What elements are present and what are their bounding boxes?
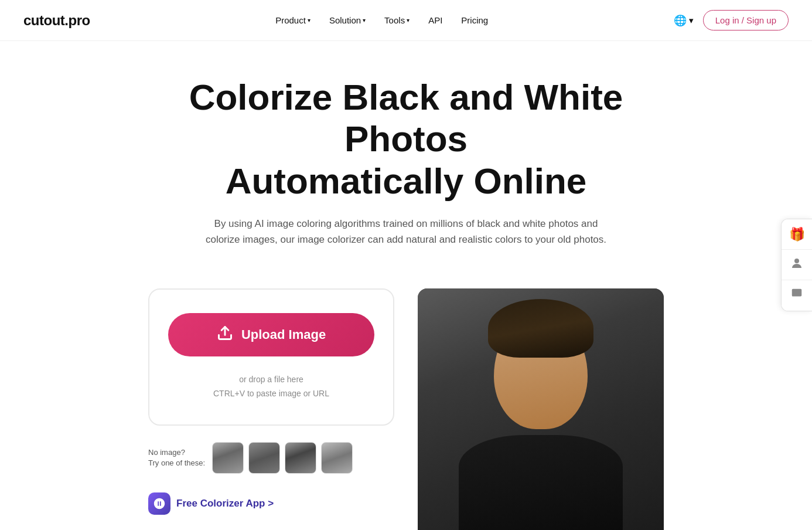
sample-thumb-3[interactable]	[285, 442, 316, 474]
avatar-widget-button[interactable]	[782, 250, 812, 280]
sample-thumb-4[interactable]	[321, 442, 353, 474]
preview-image	[418, 288, 664, 530]
app-banner-label: Free Colorizer App >	[176, 498, 274, 509]
nav-item-product[interactable]: Product ▾	[275, 15, 311, 25]
app-banner[interactable]: Free Colorizer App >	[148, 492, 394, 515]
upload-button[interactable]: Upload Image	[168, 313, 374, 356]
navbar: cutout.pro Product ▾ Solution ▾ Tools ▾ …	[0, 0, 812, 41]
chevron-down-icon: ▾	[308, 17, 311, 23]
hero-section: Colorize Black and White Photos Automati…	[0, 41, 812, 288]
nav-links: Product ▾ Solution ▾ Tools ▾ API Pricing	[275, 15, 488, 25]
hero-title: Colorize Black and White Photos Automati…	[142, 76, 670, 202]
feedback-icon	[790, 287, 803, 304]
chevron-down-icon: ▾	[689, 15, 694, 26]
login-button[interactable]: Log in / Sign up	[703, 10, 789, 30]
chevron-down-icon: ▾	[407, 17, 410, 23]
app-icon	[148, 492, 170, 515]
upload-dropzone: Upload Image or drop a file here CTRL+V …	[148, 288, 394, 426]
nav-item-pricing[interactable]: Pricing	[461, 15, 488, 25]
portrait-shirt	[459, 435, 623, 530]
hero-subtitle: By using AI image coloring algorithms tr…	[201, 216, 611, 247]
sample-label: No image? Try one of these:	[148, 447, 205, 468]
nav-right: 🌐 ▾ Log in / Sign up	[674, 10, 789, 30]
sample-section: No image? Try one of these:	[148, 442, 394, 474]
logo[interactable]: cutout.pro	[23, 12, 90, 29]
language-button[interactable]: 🌐 ▾	[674, 14, 694, 27]
feedback-widget-button[interactable]	[782, 280, 812, 311]
sample-thumb-2[interactable]	[248, 442, 280, 474]
upload-icon	[217, 325, 233, 345]
sample-thumb-1[interactable]	[212, 442, 244, 474]
nav-item-solution[interactable]: Solution ▾	[329, 15, 366, 25]
nav-item-tools[interactable]: Tools ▾	[384, 15, 410, 25]
chevron-down-icon: ▾	[363, 17, 366, 23]
sample-thumbs	[212, 442, 353, 474]
sidebar-widgets: 🎁	[781, 219, 812, 311]
main-content: Upload Image or drop a file here CTRL+V …	[54, 288, 758, 530]
gift-widget-button[interactable]: 🎁	[782, 219, 812, 250]
drop-hint: or drop a file here CTRL+V to paste imag…	[213, 373, 329, 401]
avatar-icon	[790, 256, 804, 274]
upload-panel: Upload Image or drop a file here CTRL+V …	[148, 288, 394, 515]
nav-item-api[interactable]: API	[428, 15, 442, 25]
gift-icon: 🎁	[789, 227, 805, 242]
portrait-background	[418, 288, 664, 530]
translate-icon: 🌐	[674, 14, 687, 27]
svg-point-1	[794, 259, 799, 263]
